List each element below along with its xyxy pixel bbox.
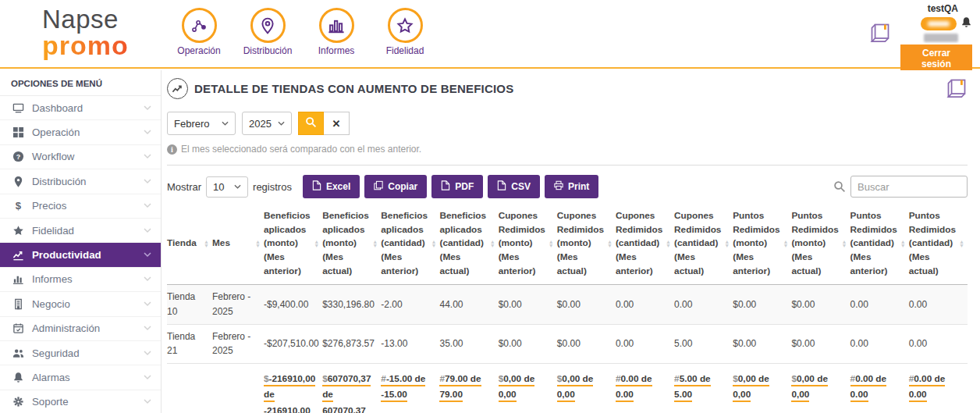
table-cell: -13.00 xyxy=(381,324,439,363)
nav-operacion[interactable]: Operación xyxy=(172,8,226,67)
export-button-label: Print xyxy=(568,181,589,192)
chevron-down-icon xyxy=(144,154,151,159)
page-size-select[interactable]: 10 xyxy=(206,176,248,198)
totals-cell: #79.00 de 79.00 xyxy=(439,363,498,413)
redacted-badge xyxy=(921,17,957,30)
info-note-text: El mes seleccionado será comparado con e… xyxy=(181,144,421,155)
column-header-cupones-redimidos-cantidad-mes-actual-[interactable]: Cupones Redimidos (cantidad) (Mes actual… xyxy=(674,206,733,285)
chevron-down-icon xyxy=(144,301,151,307)
total-value: $-216910,00 de -216910,00 xyxy=(264,373,315,413)
dollar-icon: $ xyxy=(9,200,27,212)
notifications-bell-icon[interactable] xyxy=(960,16,972,31)
sidebar-item-productividad[interactable]: Productividad xyxy=(0,243,161,267)
totals-cell: $0,00 de 0,00 xyxy=(499,363,557,413)
table-search xyxy=(833,176,968,198)
question-icon: ? xyxy=(9,151,27,162)
sidebar-item-administracion[interactable]: Administración xyxy=(0,317,161,341)
column-label: Cupones Redimidos (monto) (Mes actual) xyxy=(557,209,606,278)
sidebar-item-distribucion[interactable]: Distribución xyxy=(0,169,161,194)
export-csv-button[interactable]: CSV xyxy=(488,175,540,198)
page-size-value: 10 xyxy=(213,181,224,193)
column-header-mes[interactable]: Mes▲▼ xyxy=(212,206,264,285)
column-header-beneficios-aplicados-cantidad-mes-anteri[interactable]: Beneficios aplicados (cantidad) (Mes ant… xyxy=(381,206,439,285)
search-icon xyxy=(305,116,317,130)
year-filter-select[interactable]: 2025 xyxy=(242,112,292,135)
sidebar-item-negocio[interactable]: Negocio xyxy=(0,292,161,316)
totals-cell: #0.00 de 0.00 xyxy=(850,363,909,413)
column-header-beneficios-aplicados-monto-mes-anterior-[interactable]: Beneficios aplicados (monto) (Mes anteri… xyxy=(264,206,322,285)
sort-icon: ▲▼ xyxy=(607,240,614,248)
table-search-input[interactable] xyxy=(850,176,968,198)
export-pdf-button[interactable]: PDF xyxy=(431,175,483,198)
nav-fidelidad[interactable]: Fidelidad xyxy=(378,8,432,67)
manual-book-icon[interactable] xyxy=(946,77,968,99)
column-header-puntos-redimidos-cantidad-mes-anterior-[interactable]: Puntos Redimidos (cantidad) (Mes anterio… xyxy=(850,206,909,285)
export-buttons: ExcelCopiarPDFCSVPrint xyxy=(303,175,598,198)
sidebar-item-alarmas[interactable]: Alarmas xyxy=(0,365,161,390)
sidebar-item-seguridad[interactable]: Seguridad xyxy=(0,341,161,365)
show-label: Mostrar xyxy=(167,181,201,193)
sort-icon: ▲▼ xyxy=(842,240,849,248)
nav-informes[interactable]: Informes xyxy=(309,8,364,67)
column-header-beneficios-aplicados-cantidad-mes-actual[interactable]: Beneficios aplicados (cantidad) (Mes act… xyxy=(439,206,498,285)
brand-logo[interactable]: Napse promo xyxy=(0,0,161,67)
nav-distribucion[interactable]: Distribución xyxy=(240,8,295,67)
column-header-cupones-redimidos-monto-mes-actual-[interactable]: Cupones Redimidos (monto) (Mes actual)▲▼ xyxy=(557,206,616,285)
month-filter-select[interactable]: Febrero xyxy=(167,112,236,135)
sidebar-item-label: Alarmas xyxy=(32,372,70,383)
table-cell: 35.00 xyxy=(439,324,498,363)
sidebar-item-fidelidad[interactable]: Fidelidad xyxy=(0,219,161,243)
column-header-puntos-redimidos-cantidad-mes-actual-[interactable]: Puntos Redimidos (cantidad) (Mes actual)… xyxy=(909,206,968,285)
totals-cell: #0.00 de 0.00 xyxy=(616,363,674,413)
sidebar-item-soporte[interactable]: Soporte xyxy=(0,390,161,413)
column-label: Mes xyxy=(212,237,254,251)
data-table: Tienda▲▼Mes▲▼Beneficios aplicados (monto… xyxy=(167,206,968,413)
column-header-tienda[interactable]: Tienda▲▼ xyxy=(167,206,212,285)
export-button-label: Excel xyxy=(326,181,350,192)
logout-button[interactable]: Cerrar sesión xyxy=(900,45,972,73)
sort-icon: ▲▼ xyxy=(431,240,438,248)
sidebar-item-label: Workflow xyxy=(32,151,74,162)
column-label: Puntos Redimidos (monto) (Mes anterior) xyxy=(733,209,782,278)
chevron-down-icon xyxy=(144,399,151,404)
export-excel-button[interactable]: Excel xyxy=(303,175,360,198)
column-header-cupones-redimidos-cantidad-mes-anterior-[interactable]: Cupones Redimidos (cantidad) (Mes anteri… xyxy=(616,206,674,285)
manual-book-icon[interactable] xyxy=(869,22,891,44)
total-prefix: $ xyxy=(557,373,563,384)
table-cell: Febrero - 2025 xyxy=(212,324,264,363)
apply-filter-button[interactable] xyxy=(298,112,324,135)
total-value: $0,00 de 0,00 xyxy=(791,373,828,403)
totals-cell: #5.00 de 5.00 xyxy=(674,363,733,413)
page-title: DETALLE DE TIENDAS CON AUMENTO DE BENEFI… xyxy=(194,82,513,95)
sidebar-item-dashboard[interactable]: Dashboard xyxy=(0,96,161,120)
chevron-down-icon xyxy=(144,179,151,184)
export-button-label: PDF xyxy=(455,181,474,192)
sidebar-item-precios[interactable]: $Precios xyxy=(0,194,161,219)
clear-filter-button[interactable]: ✕ xyxy=(324,112,350,135)
column-label: Beneficios aplicados (cantidad) (Mes act… xyxy=(439,209,488,278)
column-label: Cupones Redimidos (cantidad) (Mes actual… xyxy=(674,209,723,278)
sort-icon: ▲▼ xyxy=(314,240,321,248)
file-icon xyxy=(497,180,506,193)
total-value: #0.00 de 0.00 xyxy=(909,373,946,403)
sidebar-item-label: Soporte xyxy=(32,396,69,408)
month-filter-value: Febrero xyxy=(174,118,210,130)
sort-icon: ▲▼ xyxy=(490,240,497,248)
totals-cell: $607070,37 de 607070,37 xyxy=(322,363,381,413)
sidebar-item-operacion[interactable]: Operación xyxy=(0,120,161,144)
column-header-beneficios-aplicados-monto-mes-actual-[interactable]: Beneficios aplicados (monto) (Mes actual… xyxy=(322,206,381,285)
column-header-puntos-redimidos-monto-mes-anterior-[interactable]: Puntos Redimidos (monto) (Mes anterior)▲… xyxy=(733,206,791,285)
chevron-down-icon xyxy=(144,105,151,111)
export-copiar-button[interactable]: Copiar xyxy=(364,175,427,198)
totals-empty-cell xyxy=(212,363,264,413)
total-prefix: # xyxy=(850,373,856,384)
export-print-button[interactable]: Print xyxy=(545,175,598,198)
chevron-down-icon xyxy=(234,184,241,189)
table-cell: $0.00 xyxy=(499,324,557,363)
sidebar-item-workflow[interactable]: ?Workflow xyxy=(0,145,161,169)
column-header-puntos-redimidos-monto-mes-actual-[interactable]: Puntos Redimidos (monto) (Mes actual)▲▼ xyxy=(791,206,850,285)
sidebar-item-informes[interactable]: Informes xyxy=(0,268,161,292)
total-prefix: $ xyxy=(499,373,504,384)
sidebar-item-label: Dashboard xyxy=(32,102,83,114)
column-header-cupones-redimidos-monto-mes-anterior-[interactable]: Cupones Redimidos (monto) (Mes anterior)… xyxy=(499,206,557,285)
